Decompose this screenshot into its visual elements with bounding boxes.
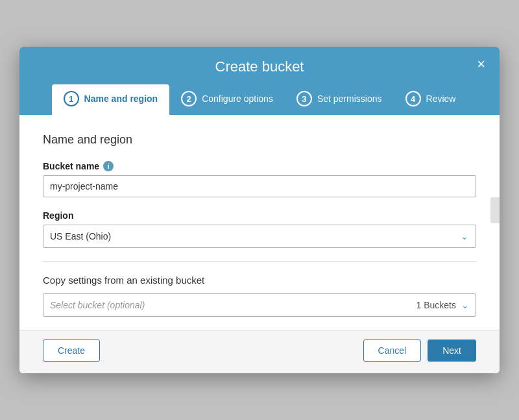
bucket-name-info-icon[interactable]: i bbox=[103, 161, 114, 171]
steps-row: 1 Name and region 2 Configure options 3 … bbox=[32, 84, 487, 115]
bucket-name-group: Bucket name i bbox=[43, 161, 476, 197]
step-2-number: 2 bbox=[181, 91, 197, 106]
modal-title-row: Create bucket bbox=[32, 58, 487, 84]
cancel-button[interactable]: Cancel bbox=[363, 340, 422, 362]
divider bbox=[43, 261, 476, 262]
modal-body: Name and region Bucket name i Region US … bbox=[19, 115, 500, 330]
bucket-select-placeholder: Select bucket (optional) bbox=[50, 300, 416, 310]
bucket-count: 1 Buckets bbox=[416, 300, 456, 310]
modal-header: Create bucket × 1 Name and region 2 Conf… bbox=[19, 47, 500, 115]
step-3-number: 3 bbox=[296, 91, 312, 106]
step-3-label: Set permissions bbox=[317, 93, 382, 104]
close-button[interactable]: × bbox=[473, 56, 489, 73]
create-bucket-modal: Create bucket × 1 Name and region 2 Conf… bbox=[19, 47, 500, 373]
step-3[interactable]: 3 Set permissions bbox=[285, 84, 394, 115]
modal-footer: Create Cancel Next bbox=[19, 330, 500, 373]
step-4[interactable]: 4 Review bbox=[394, 84, 468, 115]
step-1[interactable]: 1 Name and region bbox=[52, 84, 170, 115]
region-select-wrapper: US East (Ohio) US East (N. Virginia) US … bbox=[43, 225, 476, 248]
step-2[interactable]: 2 Configure options bbox=[169, 84, 285, 115]
step-1-number: 1 bbox=[64, 91, 79, 106]
footer-right: Cancel Next bbox=[363, 340, 476, 362]
copy-section-label: Copy settings from an existing bucket bbox=[43, 275, 476, 286]
bucket-name-label: Bucket name i bbox=[43, 161, 476, 171]
scroll-indicator bbox=[490, 197, 500, 223]
bucket-chevron-icon: ⌄ bbox=[461, 300, 469, 310]
step-1-label: Name and region bbox=[84, 93, 158, 104]
bucket-name-input[interactable] bbox=[43, 175, 476, 197]
create-button[interactable]: Create bbox=[43, 340, 100, 362]
section-title: Name and region bbox=[43, 133, 476, 147]
next-button[interactable]: Next bbox=[428, 340, 476, 362]
region-select[interactable]: US East (Ohio) US East (N. Virginia) US … bbox=[43, 225, 476, 248]
region-label: Region bbox=[43, 210, 476, 221]
step-4-number: 4 bbox=[405, 91, 421, 106]
region-group: Region US East (Ohio) US East (N. Virgin… bbox=[43, 210, 476, 248]
step-4-label: Review bbox=[426, 93, 456, 104]
modal-title: Create bucket bbox=[215, 58, 304, 75]
step-2-label: Configure options bbox=[202, 93, 273, 104]
copy-bucket-select[interactable]: Select bucket (optional) 1 Buckets ⌄ bbox=[43, 293, 476, 317]
